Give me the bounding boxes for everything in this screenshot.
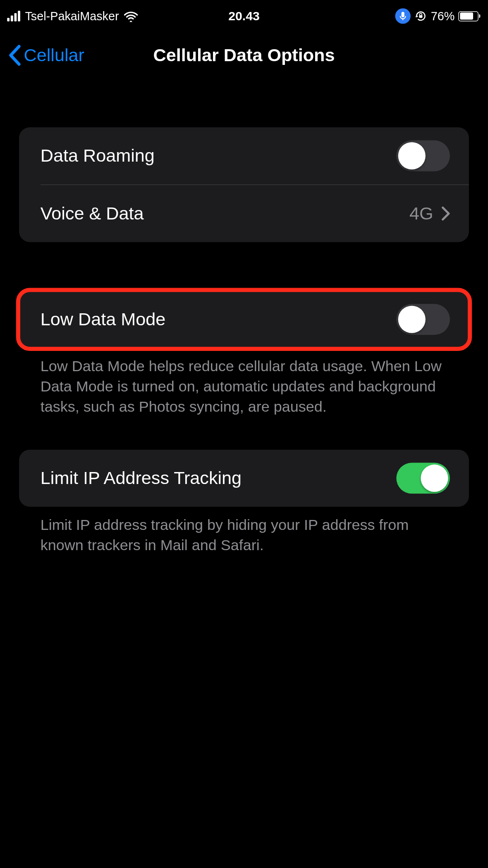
settings-group-network: Data Roaming Voice & Data 4G — [19, 127, 469, 242]
row-voice-and-data[interactable]: Voice & Data 4G — [19, 185, 469, 242]
microphone-indicator-icon — [395, 8, 410, 24]
status-right: 76% — [395, 8, 478, 24]
chevron-left-icon — [7, 44, 22, 67]
wifi-icon — [124, 10, 138, 22]
row-value: 4G — [409, 203, 433, 224]
chevron-right-icon — [442, 206, 450, 221]
settings-group-low-data: Low Data Mode — [19, 291, 469, 348]
page-title: Cellular Data Options — [153, 45, 335, 65]
content: Data Roaming Voice & Data 4G — [0, 77, 488, 556]
settings-group-ip-tracking: Limit IP Address Tracking — [19, 450, 469, 507]
row-low-data-mode[interactable]: Low Data Mode — [19, 291, 469, 348]
battery-icon — [458, 11, 478, 21]
low-data-mode-footer: Low Data Mode helps reduce cellular data… — [19, 348, 469, 417]
carrier-name: Tsel-PakaiMasker — [25, 9, 119, 23]
navigation-bar: Cellular Cellular Data Options — [0, 30, 488, 77]
svg-rect-0 — [402, 12, 404, 17]
row-right: 4G — [409, 203, 450, 224]
back-button[interactable]: Cellular — [7, 44, 84, 67]
orientation-lock-icon — [414, 10, 427, 23]
svg-rect-2 — [419, 15, 422, 18]
row-label: Data Roaming — [41, 146, 155, 166]
status-time: 20.43 — [228, 9, 260, 24]
row-label: Low Data Mode — [41, 309, 165, 329]
back-label: Cellular — [24, 45, 84, 65]
row-data-roaming[interactable]: Data Roaming — [19, 127, 469, 184]
limit-ip-tracking-toggle[interactable] — [396, 463, 450, 494]
low-data-mode-toggle[interactable] — [396, 304, 450, 335]
status-left: Tsel-PakaiMasker — [7, 9, 138, 23]
cellular-signal-icon — [7, 11, 20, 21]
row-limit-ip-tracking[interactable]: Limit IP Address Tracking — [19, 450, 469, 507]
row-label: Voice & Data — [41, 203, 144, 224]
data-roaming-toggle[interactable] — [396, 141, 450, 172]
row-label: Limit IP Address Tracking — [41, 468, 242, 489]
status-bar: Tsel-PakaiMasker 20.43 — [0, 0, 488, 30]
limit-ip-tracking-footer: Limit IP address tracking by hiding your… — [19, 507, 469, 555]
battery-percentage: 76% — [431, 9, 455, 23]
